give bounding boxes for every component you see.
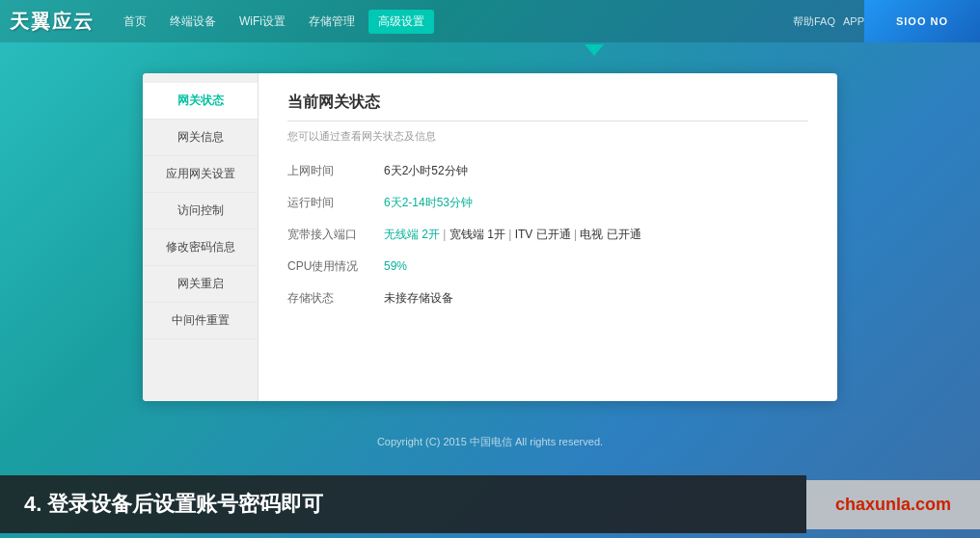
info-row-port: 宽带接入端口 无线端 2开 | 宽钱端 1开 | ITV 已开通 | 电视 已开…	[287, 227, 808, 243]
bottom-banner-brand: chaxunla.com	[806, 480, 980, 529]
info-label-port: 宽带接入端口	[287, 227, 384, 243]
sidebar: 网关状态 网关信息 应用网关设置 访问控制 修改密码信息 网关重启 中间件重置	[143, 73, 259, 401]
info-value-online-time: 6天2小时52分钟	[384, 163, 468, 179]
info-label-storage: 存储状态	[287, 290, 384, 307]
info-value-run-time: 6天2-14时53分钟	[384, 195, 473, 211]
content-subtitle: 您可以通过查看网关状态及信息	[287, 129, 808, 144]
info-value-storage: 未接存储设备	[384, 290, 453, 307]
bottom-banner-text: 4. 登录设备后设置账号密码即可	[24, 490, 323, 519]
sidebar-item-access-control[interactable]: 访问控制	[143, 193, 258, 229]
content-title: 当前网关状态	[287, 93, 808, 121]
info-value-cpu: 59%	[384, 259, 407, 273]
info-row-cpu: CPU使用情况 59%	[287, 258, 808, 275]
brand-corner: SIOO NO	[864, 0, 980, 42]
sidebar-item-gateway-restart[interactable]: 网关重启	[143, 266, 258, 303]
brand-text: SIOO NO	[896, 15, 948, 27]
nav-logo: 天翼应云	[10, 9, 95, 35]
nav-item-devices[interactable]: 终端设备	[160, 10, 226, 34]
bottom-banner-dark: 4. 登录设备后设置账号密码即可	[0, 475, 806, 533]
info-row-online-time: 上网时间 6天2小时52分钟	[287, 163, 808, 179]
content-area: 当前网关状态 您可以通过查看网关状态及信息 上网时间 6天2小时52分钟 运行时…	[259, 73, 837, 401]
info-label-run-time: 运行时间	[287, 195, 384, 211]
port-wireless: 无线端 2开	[384, 228, 440, 241]
info-row-storage: 存储状态 未接存储设备	[287, 290, 808, 307]
sidebar-item-gateway-status[interactable]: 网关状态	[143, 83, 258, 120]
nav-item-advanced[interactable]: 高级设置	[368, 10, 434, 34]
main-wrapper: 网关状态 网关信息 应用网关设置 访问控制 修改密码信息 网关重启 中间件重置 …	[0, 54, 980, 420]
sidebar-item-gateway-info[interactable]: 网关信息	[143, 120, 258, 156]
footer-text: Copyright (C) 2015 中国电信 All rights reser…	[377, 436, 603, 447]
footer: Copyright (C) 2015 中国电信 All rights reser…	[0, 435, 980, 449]
nav-faq[interactable]: 帮助FAQ	[793, 14, 835, 29]
info-label-cpu: CPU使用情况	[287, 258, 384, 275]
info-row-run-time: 运行时间 6天2-14时53分钟	[287, 195, 808, 211]
sidebar-item-gateway-settings[interactable]: 应用网关设置	[143, 156, 258, 193]
sidebar-item-middleware-reset[interactable]: 中间件重置	[143, 303, 258, 339]
nav-item-storage[interactable]: 存储管理	[299, 10, 365, 34]
nav-item-home[interactable]: 首页	[114, 10, 156, 34]
info-label-online-time: 上网时间	[287, 163, 384, 179]
port-lan: 宽钱端 1开	[449, 228, 505, 241]
bottom-banner: 4. 登录设备后设置账号密码即可 chaxunla.com	[0, 471, 980, 538]
nav-item-wifi[interactable]: WiFi设置	[230, 10, 295, 34]
nav-items: 首页 终端设备 WiFi设置 存储管理 高级设置	[114, 10, 793, 34]
panel: 网关状态 网关信息 应用网关设置 访问控制 修改密码信息 网关重启 中间件重置 …	[143, 73, 837, 401]
sidebar-item-modify-password[interactable]: 修改密码信息	[143, 229, 258, 266]
port-itv: ITV 已开通	[515, 228, 571, 241]
info-value-port: 无线端 2开 | 宽钱端 1开 | ITV 已开通 | 电视 已开通	[384, 227, 641, 243]
bottom-brand-text: chaxunla.com	[835, 495, 951, 515]
port-tv: 电视 已开通	[580, 228, 640, 241]
navbar: 天翼应云 首页 终端设备 WiFi设置 存储管理 高级设置 帮助FAQ APP下…	[0, 0, 980, 42]
